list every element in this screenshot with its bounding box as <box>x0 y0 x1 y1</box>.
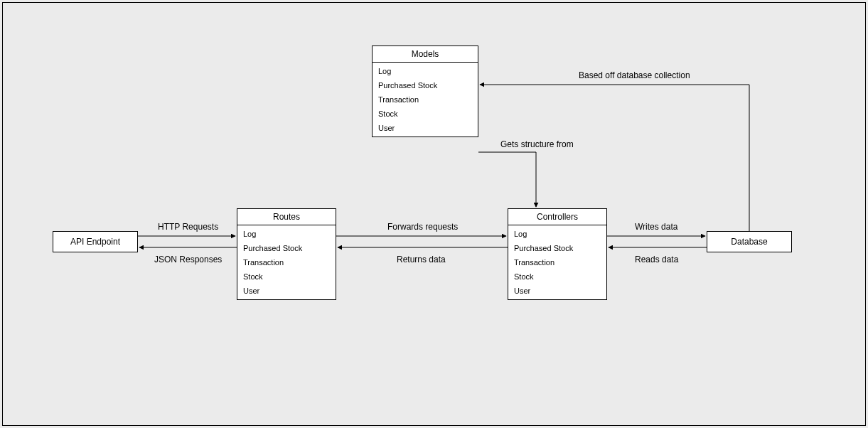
node-controllers: Controllers Log Purchased Stock Transact… <box>508 208 607 300</box>
node-api-endpoint-label: API Endpoint <box>70 237 120 247</box>
node-routes-title: Routes <box>237 209 336 225</box>
node-models-title: Models <box>373 46 478 63</box>
edge-label-gets-structure: Gets structure from <box>500 139 574 149</box>
node-database: Database <box>707 231 792 252</box>
list-item: Stock <box>373 107 478 121</box>
diagram-canvas: API Endpoint Routes Log Purchased Stock … <box>2 2 866 426</box>
list-item: Transaction <box>508 255 606 269</box>
edge-label-based-off: Based off database collection <box>579 70 690 80</box>
edge-label-writes-data: Writes data <box>635 222 677 232</box>
list-item: User <box>508 284 606 298</box>
node-controllers-title: Controllers <box>508 209 606 225</box>
list-item: Stock <box>508 269 606 284</box>
list-item: Transaction <box>237 255 336 269</box>
edge-label-json-responses: JSON Responses <box>154 255 222 264</box>
list-item: Purchased Stock <box>508 241 606 255</box>
edge-label-returns-data: Returns data <box>397 255 446 264</box>
list-item: Purchased Stock <box>237 241 336 255</box>
list-item: User <box>237 284 336 298</box>
node-routes: Routes Log Purchased Stock Transaction S… <box>237 208 336 300</box>
list-item: Transaction <box>373 92 478 107</box>
list-item: Purchased Stock <box>373 78 478 92</box>
node-controllers-list: Log Purchased Stock Transaction Stock Us… <box>508 225 606 299</box>
list-item: User <box>373 121 478 135</box>
list-item: Log <box>373 64 478 78</box>
list-item: Stock <box>237 269 336 284</box>
node-models: Models Log Purchased Stock Transaction S… <box>372 46 478 137</box>
node-api-endpoint: API Endpoint <box>53 231 138 252</box>
node-models-list: Log Purchased Stock Transaction Stock Us… <box>373 63 478 137</box>
edge-label-reads-data: Reads data <box>635 255 678 264</box>
list-item: Log <box>508 227 606 241</box>
edge-label-http-requests: HTTP Requests <box>158 222 218 232</box>
edge-label-forwards-requests: Forwards requests <box>387 222 458 232</box>
node-database-label: Database <box>731 237 767 247</box>
list-item: Log <box>237 227 336 241</box>
node-routes-list: Log Purchased Stock Transaction Stock Us… <box>237 225 336 299</box>
